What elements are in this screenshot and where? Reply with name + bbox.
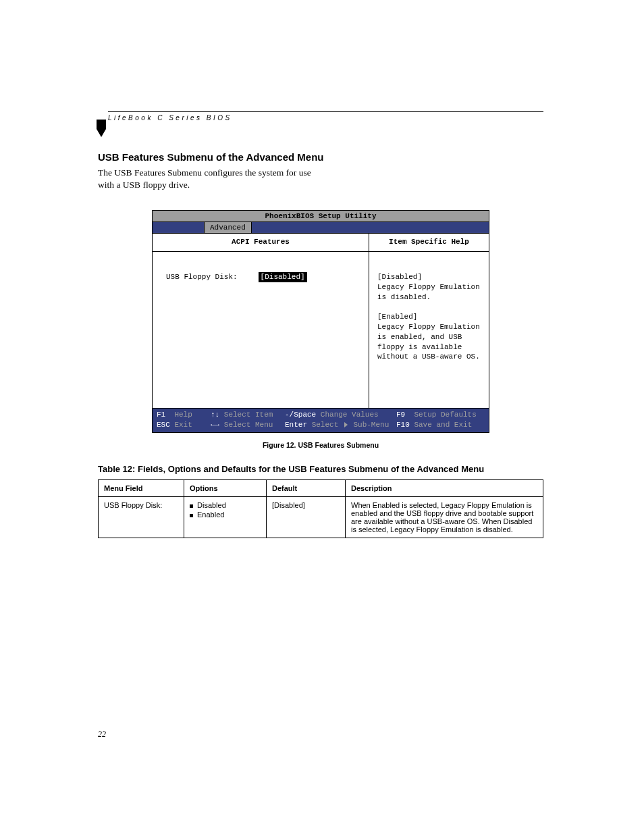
bios-footer: F1 Help ↑↓ Select Item -/Space Change Va… [153, 408, 489, 432]
key-f1: F1 [157, 411, 165, 419]
th-default: Default [267, 480, 346, 497]
key-esc-label: Exit [174, 421, 192, 429]
cell-options: Disabled Enabled [184, 497, 267, 538]
key-enter: Enter [285, 421, 307, 429]
key-leftright: ←→ [211, 421, 219, 429]
bios-help-pane: Item Specific Help [Disabled] Legacy Flo… [369, 234, 489, 408]
key-space-label: Change Values [321, 411, 379, 419]
bullet-icon [190, 504, 193, 508]
table-title: Table 12: Fields, Options and Defaults f… [98, 464, 543, 474]
key-updown-label: Select Item [224, 411, 273, 419]
opt-enabled: Enabled [197, 511, 224, 519]
key-f10: F10 [396, 421, 410, 429]
opt-disabled: Disabled [197, 501, 226, 509]
running-head: LifeBook C Series BIOS [108, 111, 543, 122]
key-esc: ESC [157, 421, 170, 429]
bios-right-header: Item Specific Help [369, 234, 489, 252]
section-heading: USB Features Submenu of the Advanced Men… [98, 151, 543, 163]
figure-caption: Figure 12. USB Features Submenu [98, 441, 543, 449]
page-decor-arrow [97, 120, 110, 138]
page-number: 22 [98, 729, 106, 739]
spec-table: Menu Field Options Default Description U… [98, 479, 543, 538]
cell-default: [Disabled] [267, 497, 346, 538]
key-f9: F9 [396, 411, 405, 419]
th-options: Options [184, 480, 267, 497]
bios-screenshot: PhoenixBIOS Setup Utility Advanced ACPI … [152, 210, 489, 433]
bios-title: PhoenixBIOS Setup Utility [153, 211, 489, 222]
bullet-icon [190, 514, 193, 517]
tab-advanced[interactable]: Advanced [204, 222, 252, 233]
field-value-selected[interactable]: [Disabled] [259, 272, 307, 282]
th-menu-field: Menu Field [99, 480, 184, 497]
bios-tab-bar: Advanced [153, 222, 489, 234]
cell-field: USB Floppy Disk: [99, 497, 184, 538]
key-enter-label: Select Sub-Menu [312, 421, 390, 429]
key-f10-label: Save and Exit [414, 421, 472, 429]
cell-description: When Enabled is selected, Legacy Floppy … [346, 497, 543, 538]
field-label: USB Floppy Disk: [166, 272, 254, 282]
help1-body: Legacy Floppy Emulation is disabled. [377, 282, 482, 303]
bios-left-header: ACPI Features [153, 234, 369, 252]
key-space: -/Space [285, 411, 316, 419]
help2-body: Legacy Floppy Emulation is enabled, and … [377, 322, 482, 362]
key-f1-label: Help [174, 411, 192, 419]
key-f9-label: Setup Defaults [414, 411, 476, 419]
table-row: USB Floppy Disk: Disabled Enabled [Disab… [99, 497, 543, 538]
intro-paragraph: The USB Features Submenu configures the … [98, 167, 314, 191]
th-description: Description [346, 480, 543, 497]
key-leftright-label: Select Menu [224, 421, 273, 429]
help2-title: [Enabled] [377, 312, 482, 322]
triangle-right-icon [344, 422, 348, 427]
key-updown: ↑↓ [211, 411, 219, 419]
help1-title: [Disabled] [377, 272, 482, 282]
svg-marker-0 [97, 120, 106, 137]
field-usb-floppy[interactable]: USB Floppy Disk: [Disabled] [166, 272, 362, 282]
bios-left-pane: ACPI Features USB Floppy Disk: [Disabled… [153, 234, 369, 408]
